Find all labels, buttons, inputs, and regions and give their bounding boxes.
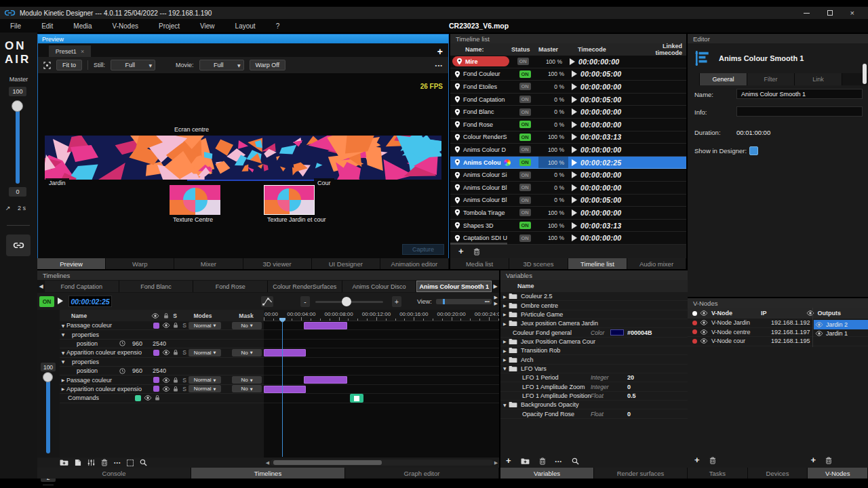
eye-icon[interactable]: [815, 322, 823, 327]
variable-row-lfo-1-period[interactable]: LFO 1 PeriodInteger20: [500, 373, 688, 382]
menu-[interactable]: ?: [266, 19, 290, 33]
master-value[interactable]: 0 %: [538, 184, 568, 191]
solo-toggle[interactable]: S: [180, 377, 189, 384]
track-color-swatch[interactable]: [153, 386, 159, 392]
color-swatch[interactable]: [610, 329, 624, 336]
mask-dropdown[interactable]: No▼: [232, 385, 262, 392]
zoom-slider-handle[interactable]: [342, 297, 351, 306]
tab-v-nodes[interactable]: V-Nodes: [808, 468, 868, 479]
status-toggle[interactable]: ON: [519, 235, 531, 242]
eye-icon[interactable]: [700, 320, 708, 325]
tab-3d-viewer[interactable]: 3D viewer: [243, 258, 312, 269]
expand-arrow-icon[interactable]: ▶: [500, 348, 507, 353]
clip-lane[interactable]: [264, 321, 499, 330]
tab-timeline-list[interactable]: Timeline list: [568, 258, 627, 269]
tabs-scroll-left[interactable]: ◀: [37, 283, 45, 289]
status-toggle[interactable]: ON: [519, 121, 531, 128]
more-button[interactable]: •••: [555, 459, 562, 464]
eye-icon[interactable]: [143, 395, 153, 401]
mode-dropdown[interactable]: Normal▼: [189, 322, 221, 329]
expand-arrow-icon[interactable]: ▼: [500, 366, 507, 371]
solo-toggle[interactable]: S: [180, 322, 189, 329]
lock-icon[interactable]: [171, 386, 180, 392]
track-row-apparition-couleur-expensio[interactable]: ▶Apparition couleur expensioSNormal▼No▼: [60, 385, 264, 394]
tab-preview[interactable]: Preview: [37, 258, 106, 269]
expand-arrow-icon[interactable]: ▶: [500, 303, 507, 308]
timeline-row-anims-colour-si[interactable]: Anims Colour SiON0 %00:00:00:00: [450, 169, 686, 182]
mask-dropdown[interactable]: No▼: [232, 376, 262, 384]
master-value[interactable]: 0 %: [538, 197, 568, 203]
track-color-swatch[interactable]: [135, 395, 141, 401]
variable-row-particule-game[interactable]: ▶PArticule Game: [500, 310, 688, 319]
mask-dropdown[interactable]: No▼: [232, 349, 262, 357]
menu-media[interactable]: Media: [63, 19, 102, 33]
expand-arrow-icon[interactable]: ▶: [500, 339, 507, 344]
tab-audio-mixer[interactable]: Audio mixer: [627, 258, 686, 269]
transport-scroll-arrows[interactable]: ▶▶: [494, 295, 498, 306]
track-row-position[interactable]: position9602540: [60, 340, 264, 348]
trash-button[interactable]: [825, 457, 832, 464]
menu-file[interactable]: File: [0, 19, 31, 33]
timeline-row-anims-colou[interactable]: Anims ColouON100 %00:00:02:25: [450, 157, 686, 169]
track-row-apparition-couleur-expensio[interactable]: ▼Apparition couleur expensioSNormal▼No▼: [60, 348, 264, 357]
add-folder-button[interactable]: [521, 458, 530, 465]
status-toggle[interactable]: ON: [519, 108, 531, 116]
play-button[interactable]: [568, 171, 580, 178]
status-toggle[interactable]: ON: [519, 184, 531, 191]
track-color-swatch[interactable]: [153, 377, 159, 383]
tab-timelines[interactable]: Timelines: [191, 468, 345, 479]
editor-tab-filter[interactable]: Filter: [747, 73, 795, 85]
timeline-row-shapes-3d[interactable]: Shapes 3DON100 %00:00:03:13: [450, 220, 686, 232]
timeline-row-tombola-tirage[interactable]: Tombola TirageON100 %00:00:00:00: [450, 207, 686, 220]
master-value[interactable]: 0 %: [538, 83, 568, 90]
movie-dropdown[interactable]: Full▼: [199, 60, 244, 70]
maximize-button[interactable]: [827, 10, 833, 16]
texture-jardin-cour-thumbnail[interactable]: [264, 185, 315, 215]
vnode-row-v-node-cour[interactable]: V-Node cour192.168.1.195: [688, 337, 868, 346]
variable-row-lfo-1-amplitude-zoom[interactable]: LFO 1 Amplitude ZoomInteger0: [500, 382, 688, 391]
timeline-hscrollbar[interactable]: ◀ ▶: [264, 459, 499, 466]
fit-screen-icon[interactable]: [43, 62, 51, 69]
mixer-button[interactable]: [87, 459, 95, 466]
editor-scrollbar[interactable]: [863, 64, 867, 84]
timeline-row-fond-couleur[interactable]: Fond CouleurON100 %00:00:05:00: [450, 68, 686, 81]
selection-tool-icon[interactable]: [127, 460, 134, 466]
output-row-jardin-1[interactable]: Jardin 1: [814, 329, 868, 339]
variable-row-opacity-fond-rose[interactable]: Opacity Fond RoseFloat0: [500, 409, 688, 418]
master-value[interactable]: 0 %: [538, 121, 568, 128]
track-color-swatch[interactable]: [153, 350, 159, 356]
play-button[interactable]: [568, 184, 580, 191]
status-toggle[interactable]: ON: [519, 134, 531, 141]
status-toggle[interactable]: ON: [519, 96, 531, 103]
status-toggle[interactable]: ON: [519, 70, 531, 78]
status-toggle[interactable]: ON: [519, 171, 531, 179]
timeline-clip[interactable]: [264, 386, 306, 393]
expand-arrow-icon[interactable]: ▶: [500, 312, 507, 317]
tab-warp[interactable]: Warp: [106, 258, 174, 269]
master-value[interactable]: 100 %: [538, 222, 568, 229]
close-button[interactable]: ×: [850, 9, 854, 17]
timeline-row-colour-renders[interactable]: Colour RenderSON100 %00:00:03:13: [450, 131, 686, 144]
track-row-commands[interactable]: Commands: [60, 394, 264, 403]
scroll-right-arrow[interactable]: ▶: [493, 460, 499, 466]
eye-icon[interactable]: [700, 329, 708, 335]
timeline-clip[interactable]: [304, 322, 347, 329]
variable-row-jeux-position-camera-cour[interactable]: ▶Jeux Position Camera Cour: [500, 338, 688, 346]
master-value[interactable]: 0 %: [538, 171, 568, 178]
mode-dropdown[interactable]: Normal▼: [189, 376, 221, 384]
status-toggle[interactable]: ON: [519, 209, 531, 216]
output-row-jardin-2[interactable]: Jardin 2: [814, 320, 868, 329]
timeline-tab-anims-colour-smooth-1[interactable]: Anims Colour Smooth 1: [416, 281, 492, 292]
expand-arrow-icon[interactable]: ▼: [500, 403, 507, 407]
master-value[interactable]: 100 %: [538, 235, 568, 241]
tab-3d-scenes[interactable]: 3D scenes: [509, 258, 568, 269]
master-slider-track[interactable]: [16, 104, 20, 184]
timeline-row-fond-rose[interactable]: Fond RoseON0 %00:00:00:00: [450, 119, 686, 131]
play-button[interactable]: [568, 235, 580, 241]
timeline-tab-fond-rose[interactable]: Fond Rose: [193, 281, 268, 292]
timeline-tab-colour-rendersurfaces[interactable]: Colour RenderSurfaces: [268, 281, 342, 292]
play-button[interactable]: [568, 159, 580, 166]
master-slider-handle[interactable]: [12, 100, 23, 112]
tab-console[interactable]: Console: [37, 468, 191, 479]
view-slider[interactable]: •••: [436, 299, 492, 304]
